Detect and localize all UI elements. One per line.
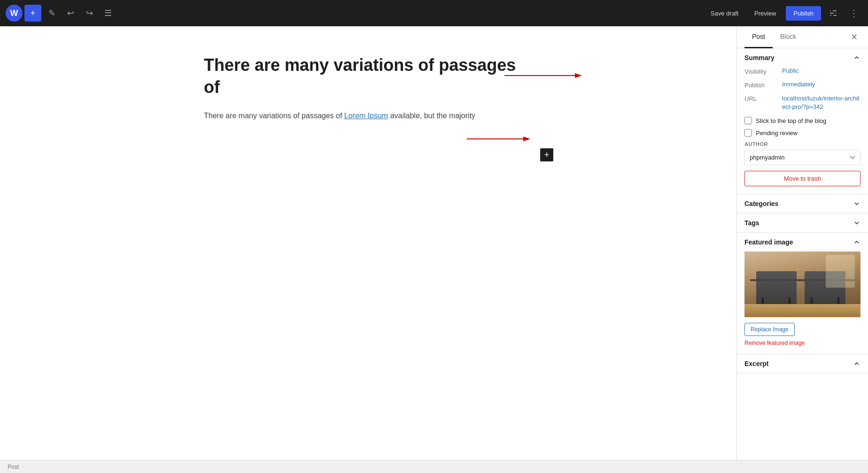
add-block-toolbar-button[interactable]: + [24,5,41,22]
preview-button[interactable]: Preview [748,7,782,20]
tags-section: Tags [737,214,868,233]
visibility-value[interactable]: Public [782,67,798,74]
more-options-button[interactable]: ⋮ [845,5,862,22]
redo-button[interactable]: ↪ [81,5,98,22]
tab-post[interactable]: Post [744,26,773,48]
excerpt-section-header[interactable]: Excerpt [737,354,868,373]
sidebar-tab-group: Post Block [744,26,804,48]
summary-title: Summary [744,54,775,61]
categories-chevron-icon [853,200,860,207]
url-value[interactable]: localhost/luzuk/interior-architect-pro/?… [782,94,860,111]
editor-content: There are many variations of passages of… [204,54,533,122]
summary-chevron-icon [853,54,860,61]
categories-section: Categories [737,194,868,214]
publish-button[interactable]: Publish [786,6,821,21]
settings-toggle-button[interactable] [825,5,842,22]
settings-icon [829,8,838,18]
categories-section-header[interactable]: Categories [737,194,868,213]
list-view-button[interactable]: ☰ [100,5,116,22]
toolbar-right: Save draft Preview Publish ⋮ [705,5,862,22]
move-to-trash-button[interactable]: Move to trash [744,171,860,186]
summary-section: Summary Visibility Public Publish Immedi… [737,48,868,194]
replace-image-button[interactable]: Replace Image [744,323,795,336]
status-bar: Post [0,460,868,473]
sidebar-close-button[interactable]: ✕ [847,31,860,44]
tags-title: Tags [744,219,760,227]
more-icon: ⋮ [849,8,859,19]
summary-section-header[interactable]: Summary [737,48,868,67]
author-section-label: AUTHOR [744,141,860,147]
post-body[interactable]: There are many variations of passages of… [204,110,533,122]
wp-logo-button[interactable]: W [6,5,23,22]
categories-title: Categories [744,200,778,207]
excerpt-title: Excerpt [744,360,768,367]
tab-block[interactable]: Block [773,26,804,48]
url-row: URL localhost/luzuk/interior-architect-p… [744,94,860,111]
visibility-label: Visibility [744,67,782,75]
svg-point-3 [831,10,833,12]
featured-image-section-header[interactable]: Featured image [737,233,868,252]
toolbar-left: W + ✎ ↩ ↪ ☰ [6,5,703,22]
svg-point-4 [834,12,836,14]
status-label: Post [8,464,19,470]
visibility-row: Visibility Public [744,67,860,75]
featured-image-section: Featured image [737,233,868,354]
summary-content: Visibility Public Publish Immediately UR… [737,67,868,194]
lorem-ipsum-link[interactable]: Lorem Ipsum [344,112,388,120]
remove-featured-image-link[interactable]: Remove featured image [744,340,860,346]
url-label: URL [744,94,782,102]
featured-image-content: Replace Image Remove featured image [737,252,868,354]
post-title[interactable]: There are many variations of passages of [204,54,533,99]
pending-review-row: Pending review [744,129,860,137]
save-draft-button[interactable]: Save draft [705,7,744,20]
annotation-arrow-2 [467,127,537,151]
body-text: There are many variations of passages of [204,112,344,120]
editor-area[interactable]: There are many variations of passages of… [0,26,736,460]
excerpt-section: Excerpt [737,354,868,374]
toolbar: W + ✎ ↩ ↪ ☰ Save draft Preview Publish ⋮ [0,0,868,26]
publish-value[interactable]: Immediately [782,81,815,88]
svg-marker-9 [523,137,530,141]
stick-top-checkbox[interactable] [744,117,752,124]
author-select[interactable]: phpmyadmin [744,150,860,165]
stick-top-label: Stick to the top of the blog [756,117,826,124]
pending-review-checkbox[interactable] [744,129,752,137]
add-block-inline-button[interactable]: + [540,148,553,161]
pending-review-label: Pending review [756,130,798,137]
sidebar-tabs: Post Block ✕ [737,26,868,48]
publish-row: Publish Immediately [744,81,860,89]
featured-image-chevron-icon [853,238,860,246]
stick-top-row: Stick to the top of the blog [744,117,860,124]
tags-section-header[interactable]: Tags [737,214,868,232]
featured-image-preview[interactable] [744,252,860,317]
body-rest: available, but the majority [388,112,475,120]
sidebar: Post Block ✕ Summary Visibility Public P… [736,26,868,460]
undo-button[interactable]: ↩ [62,5,79,22]
edit-mode-button[interactable]: ✎ [43,5,60,22]
tags-chevron-icon [853,219,860,227]
publish-label: Publish [744,81,782,89]
svg-point-5 [831,15,833,16]
excerpt-chevron-icon [853,360,860,367]
featured-image-title: Featured image [744,238,793,246]
main-area: There are many variations of passages of… [0,26,868,460]
svg-marker-7 [575,73,582,78]
